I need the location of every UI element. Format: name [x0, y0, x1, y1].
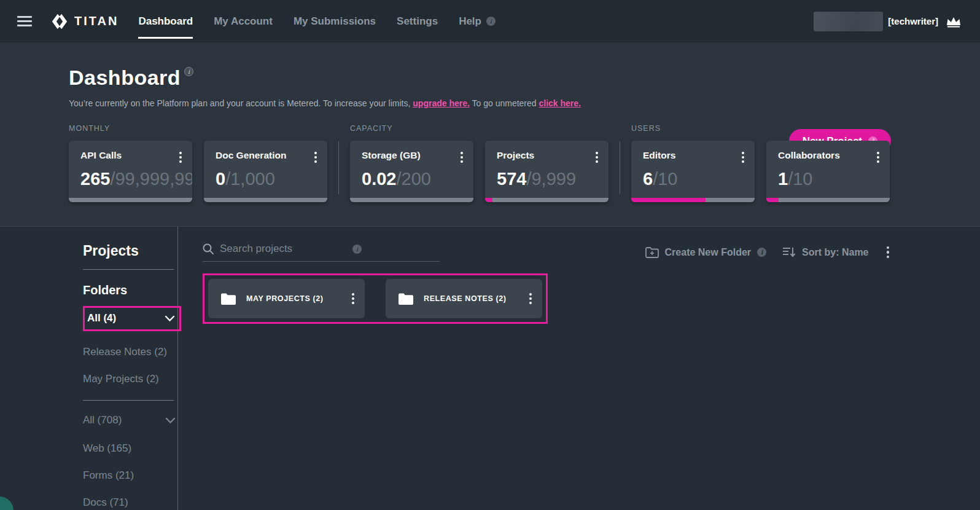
usage-value: 6 [643, 169, 653, 189]
nav-my-submissions[interactable]: My Submissions [294, 12, 376, 31]
stat-card-projects: Projects 574/9,999 [485, 141, 609, 202]
hero-section: Dashboard i You’re currently on the Plat… [0, 42, 980, 226]
toolbar-kebab-icon[interactable] [885, 245, 892, 261]
folders-heading: Folders [83, 283, 177, 297]
brand-name: TITAN [74, 14, 119, 28]
create-new-folder-button[interactable]: Create New Folder i [645, 247, 766, 258]
progress-fill [631, 198, 706, 202]
stat-group-monthly: MONTHLY API Calls 265/99,999,999 Doc Gen… [69, 124, 327, 202]
chevron-down-icon [165, 316, 174, 321]
create-folder-info-icon[interactable]: i [757, 248, 766, 257]
sidebar-divider [83, 269, 174, 270]
kebab-menu-icon[interactable] [177, 150, 184, 165]
usage-limit: /1,000 [225, 169, 275, 189]
sidebar-item-docs[interactable]: Docs (71) [83, 496, 177, 509]
plan-notice: You’re currently on the Platform plan an… [69, 98, 980, 108]
nav-my-account[interactable]: My Account [214, 12, 273, 31]
progress-track [631, 198, 755, 202]
sort-icon [782, 247, 796, 257]
usage-limit: /9,999 [526, 169, 576, 189]
topbar: TITAN Dashboard My Account My Submission… [0, 0, 980, 42]
plan-text: You’re currently on the Platform plan an… [69, 98, 413, 108]
usage-value: 1 [778, 169, 788, 189]
usage-value: 0.02 [362, 169, 396, 189]
group-divider [338, 141, 339, 194]
content-area: Projects Folders All (4) Release Notes (… [0, 226, 980, 510]
search-box[interactable]: i [203, 243, 440, 262]
folder-icon [399, 293, 413, 305]
search-icon [203, 243, 214, 254]
folder-icon [221, 293, 236, 305]
usage-value: 0 [216, 169, 225, 189]
nav-settings[interactable]: Settings [397, 12, 438, 31]
kebab-menu-icon[interactable] [594, 150, 600, 165]
hamburger-menu-icon[interactable] [17, 16, 32, 26]
sidebar-divider [83, 400, 174, 401]
unmetered-link[interactable]: click here. [539, 98, 581, 108]
kebab-menu-icon[interactable] [313, 150, 319, 165]
upgrade-link[interactable]: upgrade here. [413, 98, 470, 108]
sidebar-item-may-projects[interactable]: May Projects (2) [83, 373, 177, 385]
create-folder-icon [645, 247, 659, 258]
group-divider [620, 141, 620, 194]
sidebar-item-web[interactable]: Web (165) [83, 442, 177, 455]
project-filter-value: All (708) [83, 414, 122, 426]
kebab-menu-icon[interactable] [740, 150, 746, 165]
folder-card-may-projects[interactable]: MAY PROJECTS (2) [208, 279, 365, 318]
main-nav: Dashboard My Account My Submissions Sett… [138, 12, 496, 31]
usage-limit: /99,999,999 [110, 169, 192, 189]
titan-logo-icon [50, 12, 69, 31]
card-title: Editors [643, 150, 675, 161]
card-title: Collaborators [778, 150, 840, 161]
progress-track [69, 198, 192, 202]
user-name-redacted [814, 12, 883, 31]
progress-track [204, 198, 327, 202]
folder-filter-value: All (4) [87, 312, 116, 324]
nav-help[interactable]: Help [459, 12, 481, 31]
kebab-menu-icon[interactable] [459, 150, 465, 165]
dashboard-info-icon[interactable]: i [184, 67, 193, 76]
folder-name: RELEASE NOTES (2) [424, 294, 507, 303]
sort-button[interactable]: Sort by: Name [782, 247, 868, 258]
card-title: Projects [497, 150, 534, 161]
search-input[interactable] [220, 243, 324, 255]
brand-logo[interactable]: TITAN [50, 12, 119, 31]
progress-fill [766, 198, 779, 202]
projects-toolbar: i Create New Folder i Sort by: Name [203, 243, 891, 262]
help-info-icon[interactable]: i [486, 17, 496, 26]
usage-limit: /10 [653, 169, 677, 189]
sidebar-item-forms[interactable]: Forms (21) [83, 469, 177, 482]
stat-card-collaborators: Collaborators 1/10 [766, 141, 890, 202]
card-title: Doc Generation [216, 150, 286, 161]
card-title: API Calls [80, 150, 122, 161]
usage-value: 265 [80, 169, 110, 189]
progress-track [766, 198, 890, 202]
stat-card-storage: Storage (GB) 0.02/200 [350, 141, 473, 202]
nav-dashboard[interactable]: Dashboard [138, 12, 193, 31]
folder-card-release-notes[interactable]: RELEASE NOTES (2) [386, 279, 542, 318]
chevron-down-icon [166, 418, 175, 423]
folders-highlight-annotation: MAY PROJECTS (2) RELEASE NOTES (2) [203, 273, 548, 324]
folder-name: MAY PROJECTS (2) [246, 294, 324, 303]
stat-card-api-calls: API Calls 265/99,999,999 [69, 141, 192, 202]
stat-card-doc-generation: Doc Generation 0/1,000 [204, 141, 327, 202]
plan-text-2: To go unmetered [470, 98, 539, 108]
page-title: Dashboard [69, 66, 181, 90]
group-label-capacity: CAPACITY [350, 124, 609, 133]
folder-kebab-icon[interactable] [527, 291, 534, 306]
folder-kebab-icon[interactable] [350, 291, 356, 306]
create-folder-label: Create New Folder [665, 247, 751, 258]
sidebar-title: Projects [83, 243, 177, 259]
search-info-icon[interactable]: i [352, 245, 362, 254]
progress-track [350, 198, 473, 202]
usage-limit: /10 [788, 169, 812, 189]
sidebar-item-release-notes[interactable]: Release Notes (2) [83, 346, 177, 358]
kebab-menu-icon[interactable] [875, 150, 881, 165]
project-filter-select[interactable]: All (708) [83, 414, 175, 426]
folder-filter-select[interactable]: All (4) [83, 306, 181, 331]
usage-limit: /200 [396, 169, 430, 189]
sort-label: Sort by: Name [802, 247, 868, 258]
stat-card-editors: Editors 6/10 [631, 141, 755, 202]
stat-group-capacity: CAPACITY Storage (GB) 0.02/200 Projects … [350, 124, 609, 202]
projects-main: i Create New Folder i Sort by: Name MAY … [178, 227, 980, 510]
